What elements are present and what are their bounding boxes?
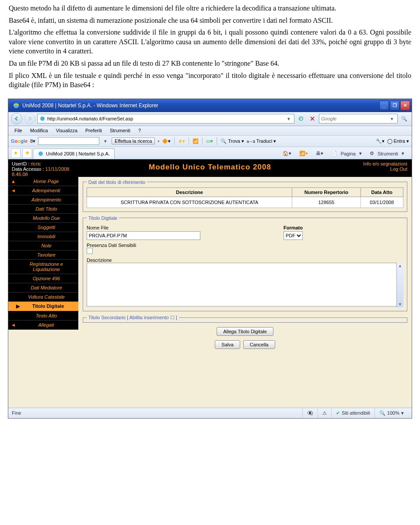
scrollbar[interactable]: ▲▼ bbox=[396, 263, 403, 307]
address-bar[interactable]: ▾ bbox=[37, 114, 294, 123]
svg-point-4 bbox=[38, 152, 43, 156]
status-zone[interactable]: ✔ Siti attendibili bbox=[331, 408, 374, 418]
paragraph: Da un file P7M di 20 KB si passa ad un f… bbox=[9, 59, 411, 68]
ie-icon bbox=[13, 102, 20, 109]
minimize-button[interactable]: _ bbox=[379, 101, 389, 110]
legend-secondario[interactable]: Titolo Secondario [ Abilita inserimento … bbox=[87, 315, 179, 321]
google-feed-icon[interactable]: 📶 bbox=[192, 138, 199, 144]
status-zoom[interactable]: 🔍 100% ▾ bbox=[374, 408, 408, 418]
menu-edit[interactable]: Modifica bbox=[27, 127, 52, 134]
sidebar-item-allegati[interactable]: ◄Allegati bbox=[8, 321, 78, 330]
sidebar-item-adempimento[interactable]: Adempimento bbox=[8, 195, 78, 204]
sidebar-item-testo-atto[interactable]: Testo Atto bbox=[8, 311, 78, 321]
svg-point-0 bbox=[14, 103, 19, 108]
logout-link[interactable]: Log Out bbox=[346, 166, 407, 172]
sidebar-item-dati-titolo[interactable]: Dati Titolo bbox=[8, 204, 78, 214]
home-button[interactable]: 🏠▾ bbox=[280, 150, 294, 157]
col-descrizione: Descrizione bbox=[87, 187, 292, 197]
nomefile-input[interactable] bbox=[87, 231, 200, 240]
google-translate-button[interactable]: a↔ā Traduci ▾ bbox=[247, 138, 276, 144]
browser-tab[interactable]: UniMod 2008 | Notartel S.p.A. bbox=[33, 148, 115, 159]
google-find-button[interactable]: 🔍 Trova ▾ bbox=[220, 138, 244, 144]
refresh-button[interactable] bbox=[296, 114, 306, 123]
browser-navbar: ▾ ▾ 🔍 bbox=[8, 112, 412, 126]
presenza-checkbox[interactable] bbox=[87, 248, 93, 254]
sidebar-item-dati-mediatore[interactable]: Dati Mediatore bbox=[8, 283, 78, 292]
maximize-button[interactable]: ❐ bbox=[390, 101, 399, 110]
sidebar-item-immobili[interactable]: Immobili bbox=[8, 232, 78, 241]
presenza-label: Presenza Dati Sensibili bbox=[87, 243, 136, 248]
tab-label: UniMod 2008 | Notartel S.p.A. bbox=[46, 151, 110, 156]
rank-icon[interactable]: 8▾ bbox=[30, 138, 35, 144]
google-pagerank-icon[interactable]: ▭▾ bbox=[206, 138, 213, 144]
google-dd[interactable]: ▾ bbox=[102, 138, 109, 144]
info-link[interactable]: Info e/o segnalazioni bbox=[346, 161, 407, 166]
app-content: ▲Home Page ◄Adempimenti Adempimento Dati… bbox=[8, 177, 412, 408]
access-label: Data Accesso : bbox=[12, 166, 44, 172]
legend-dati: Dati del titolo di riferimento bbox=[87, 180, 147, 185]
menu-tools[interactable]: Strumenti bbox=[106, 127, 134, 134]
scroll-up-icon[interactable]: ▲ bbox=[398, 264, 402, 268]
url-dropdown[interactable]: ▾ bbox=[285, 116, 292, 122]
add-favorites-button[interactable]: ✚ bbox=[22, 148, 32, 158]
main-panel: Dati del titolo di riferimento Descrizio… bbox=[78, 177, 412, 408]
formato-label: Formato bbox=[284, 225, 303, 230]
status-phishing-icon[interactable]: ⚠ bbox=[318, 408, 331, 418]
google-search-button[interactable]: Effettua la ricerca bbox=[112, 137, 155, 144]
paragraph: Il plico XML è un file testuale e quindi… bbox=[9, 71, 411, 90]
browser-search[interactable]: ▾ bbox=[319, 114, 398, 123]
browser-menubar: File Modifica Visualizza Preferiti Strum… bbox=[8, 126, 412, 136]
status-popup-icon[interactable]: 👁‍🗨 bbox=[302, 408, 318, 418]
dati-table: Descrizione Numero Repertorio Data Atto … bbox=[87, 187, 403, 208]
search-input[interactable] bbox=[321, 116, 388, 121]
feed-button[interactable]: 📶▾ bbox=[297, 150, 310, 157]
google-settings-icon[interactable]: 🔧▾ bbox=[376, 138, 385, 144]
menu-help[interactable]: ? bbox=[135, 127, 144, 134]
paragraph: Questo metodo ha il difetto di aumentare… bbox=[9, 4, 411, 13]
sidebar-item-registrazione[interactable]: Registrazione e Liquidazione bbox=[8, 260, 78, 274]
google-search-input[interactable] bbox=[38, 137, 99, 145]
close-button[interactable]: ✕ bbox=[400, 101, 410, 110]
google-bookmark-icon[interactable]: ★▾ bbox=[178, 138, 185, 144]
sidebar-item-titolo-digitale[interactable]: ▶Titolo Digitale bbox=[8, 302, 78, 311]
sidebar-item-home[interactable]: ▲Home Page bbox=[8, 177, 78, 186]
descrizione-textarea[interactable] bbox=[87, 263, 403, 307]
back-button[interactable] bbox=[11, 113, 22, 124]
paragraph: Base64 è, infatti, un sistema di numeraz… bbox=[9, 16, 411, 25]
col-data-atto: Data Atto bbox=[360, 187, 403, 197]
salva-button[interactable]: Salva bbox=[215, 340, 240, 349]
sidebar-item-voltura[interactable]: Voltura Catastale bbox=[8, 292, 78, 302]
status-text: Fine bbox=[12, 410, 21, 416]
formato-select[interactable]: PDF bbox=[284, 231, 303, 240]
sidebar-item-soggetti[interactable]: Soggetti bbox=[8, 223, 78, 232]
search-go-button[interactable]: 🔍 bbox=[399, 114, 409, 123]
google-toolbar: Google 8▾ ▾ Effettua la ricerca • 🔶▾ ★▾ … bbox=[8, 136, 412, 147]
sidebar-item-modello-due[interactable]: Modello Due bbox=[8, 214, 78, 223]
menu-file[interactable]: File bbox=[11, 127, 26, 134]
userid-value: ricric bbox=[31, 161, 41, 166]
page-menu[interactable]: 📄 Pagina ▾ bbox=[329, 150, 364, 157]
window-title: UniMod 2008 | Notartel S.p.A. - Windows … bbox=[22, 102, 379, 109]
app-title: Modello Unico Telematico 2008 bbox=[78, 159, 342, 177]
userid-label: UserID : bbox=[12, 161, 29, 166]
favorites-star-button[interactable]: ★ bbox=[11, 148, 21, 158]
google-brand: Google bbox=[11, 138, 28, 144]
sidebar-item-adempimenti[interactable]: ◄Adempimenti bbox=[8, 186, 78, 195]
allega-button[interactable]: Allega Titolo Digitale bbox=[217, 327, 273, 336]
print-button[interactable]: 🖶▾ bbox=[314, 150, 326, 157]
sidebar-item-note[interactable]: Note bbox=[8, 241, 78, 250]
google-phishing-icon[interactable]: 🔶▾ bbox=[162, 138, 171, 144]
search-dropdown[interactable]: ▾ bbox=[388, 116, 396, 122]
sidebar-item-tavolare[interactable]: Tavolare bbox=[8, 250, 78, 260]
col-repertorio: Numero Repertorio bbox=[292, 187, 360, 197]
sidebar-item-opzione496[interactable]: Opzione 496 bbox=[8, 274, 78, 283]
stop-button[interactable] bbox=[308, 114, 317, 123]
menu-favorites[interactable]: Preferiti bbox=[82, 127, 105, 134]
forward-button[interactable] bbox=[24, 113, 35, 124]
google-signin-button[interactable]: ◯ Entra ▾ bbox=[387, 138, 409, 144]
menu-view[interactable]: Visualizza bbox=[52, 127, 81, 134]
scroll-down-icon[interactable]: ▼ bbox=[398, 302, 402, 307]
url-input[interactable] bbox=[47, 116, 285, 121]
cancella-button[interactable]: Cancella bbox=[243, 340, 275, 349]
tools-menu[interactable]: ⚙ Strumenti ▾ bbox=[368, 150, 406, 157]
